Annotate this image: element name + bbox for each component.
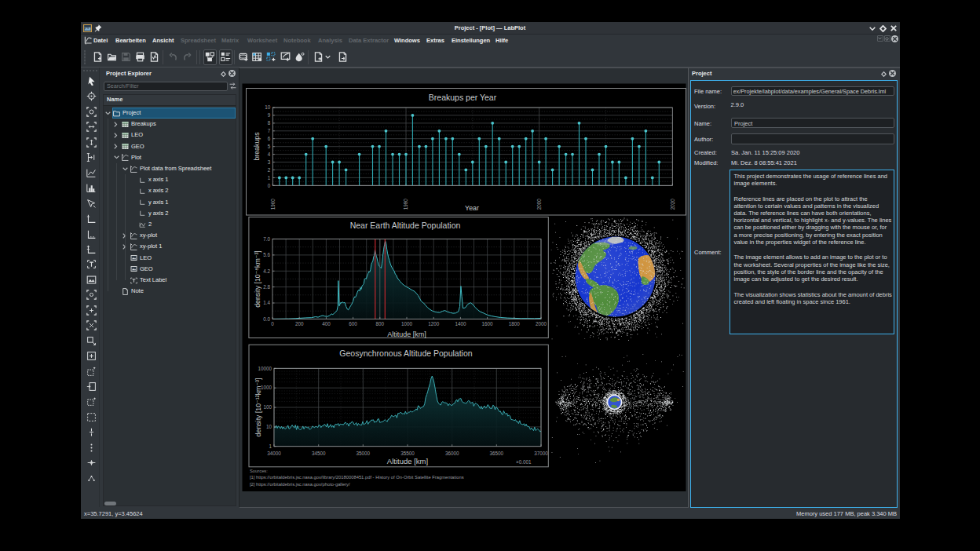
svg-text:10: 10 [266,424,272,429]
svg-text:0.0: 0.0 [263,316,270,322]
svg-text:Breakups per Year: Breakups per Year [429,93,497,102]
svg-text:2.8: 2.8 [263,284,270,290]
svg-text:34500: 34500 [312,451,326,456]
svg-text:800: 800 [376,321,385,327]
svg-text:4: 4 [268,151,271,157]
svg-text:35500: 35500 [400,451,415,456]
svg-text:9: 9 [268,112,271,118]
svg-text:Geosynchronous Altitude Popula: Geosynchronous Altitude Population [339,348,472,358]
svg-text:1000: 1000 [261,385,272,390]
svg-text:[2] https://orbitaldebris.jsc.: [2] https://orbitaldebris.jsc.nasa.gov/p… [250,482,350,487]
svg-text:1: 1 [269,443,272,449]
svg-text:breakups: breakups [253,132,261,161]
svg-text:34000: 34000 [267,451,281,456]
svg-text:0: 0 [271,321,274,327]
svg-text:Sources:: Sources: [250,469,268,473]
svg-text:1800: 1800 [509,321,521,327]
svg-text:10000: 10000 [258,366,272,371]
svg-text:600: 600 [349,321,357,327]
svg-text:×0.001: ×0.001 [516,459,532,465]
svg-text:5: 5 [268,144,271,149]
svg-text:Altitude [km]: Altitude [km] [387,330,426,338]
svg-text:8: 8 [268,120,271,126]
svg-text:3: 3 [268,159,271,165]
svg-text:Year: Year [465,204,479,212]
svg-text:6: 6 [268,136,271,141]
svg-text:7.0: 7.0 [263,236,270,242]
svg-text:2: 2 [268,167,271,173]
svg-text:2020: 2020 [670,199,675,210]
svg-text:[1] https://orbitaldebris.jsc.: [1] https://orbitaldebris.jsc.nasa.gov/l… [250,475,464,480]
svg-text:1960: 1960 [270,199,276,210]
svg-text:7: 7 [268,128,271,133]
svg-text:1.4: 1.4 [263,300,270,305]
svg-text:5.6: 5.6 [263,252,270,257]
svg-text:36000: 36000 [445,451,459,456]
svg-text:200: 200 [295,321,304,327]
svg-text:35000: 35000 [357,451,371,456]
svg-text:100: 100 [263,404,272,410]
svg-text:1200: 1200 [428,321,440,327]
svg-text:400: 400 [322,321,331,327]
svg-text:density [10⁻⁸km⁻³]: density [10⁻⁸km⁻³] [254,250,261,308]
svg-text:36500: 36500 [490,451,504,456]
svg-text:0: 0 [268,183,271,188]
svg-text:1600: 1600 [482,321,494,327]
svg-text:density [10⁻¹²km⁻³]: density [10⁻¹²km⁻³] [254,378,262,437]
svg-text:10: 10 [265,104,271,110]
svg-text:1980: 1980 [403,199,408,210]
svg-text:1: 1 [268,175,271,181]
svg-text:Near Earth Altitude Population: Near Earth Altitude Population [350,221,461,230]
svg-text:Altitude [km]: Altitude [km] [387,457,428,465]
svg-text:4.2: 4.2 [263,268,270,274]
svg-text:37000: 37000 [534,451,548,456]
svg-text:2000: 2000 [536,199,542,210]
svg-text:2000: 2000 [536,321,547,327]
svg-text:1400: 1400 [455,321,466,327]
svg-text:1000: 1000 [401,321,413,327]
